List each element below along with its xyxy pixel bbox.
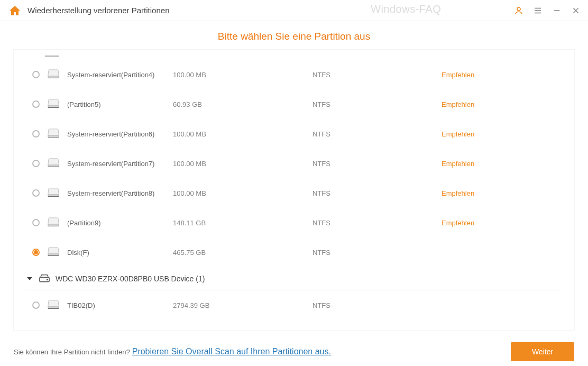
window-controls xyxy=(514,0,581,21)
minimize-icon[interactable] xyxy=(552,6,562,15)
partition-filesystem: NTFS xyxy=(313,249,434,257)
drive-icon xyxy=(47,217,60,228)
partition-name: Disk(F) xyxy=(67,249,166,257)
partition-radio[interactable] xyxy=(32,160,40,167)
recommend-link[interactable]: Empfehlen xyxy=(442,130,474,138)
partition-name: System-reserviert(Partition8) xyxy=(67,189,166,197)
recommend-link[interactable]: Empfehlen xyxy=(442,219,474,227)
svg-point-0 xyxy=(517,7,520,11)
partition-size: 60.93 GB xyxy=(173,100,305,108)
svg-rect-20 xyxy=(48,255,59,256)
svg-rect-10 xyxy=(48,107,59,108)
partition-name: (Partition9) xyxy=(67,219,166,227)
partition-filesystem: NTFS xyxy=(313,189,434,197)
partition-scroll[interactable]: System-reserviert(Partition4)100.00 MBNT… xyxy=(14,50,574,330)
partition-radio[interactable] xyxy=(32,130,40,138)
svg-rect-24 xyxy=(48,308,59,309)
recommend-link[interactable]: Empfehlen xyxy=(442,100,474,108)
partition-radio[interactable] xyxy=(32,189,40,197)
home-icon[interactable] xyxy=(8,4,21,17)
previous-row-stub xyxy=(45,54,59,57)
partition-filesystem: NTFS xyxy=(313,301,434,309)
partition-row[interactable]: System-reserviert(Partition7)100.00 MBNT… xyxy=(26,149,562,178)
drive-icon xyxy=(47,158,60,169)
partition-name: System-reserviert(Partition4) xyxy=(67,71,166,79)
drive-icon xyxy=(47,69,60,80)
partition-row[interactable]: (Partition5)60.93 GBNTFSEmpfehlen xyxy=(26,89,562,119)
device-group-header[interactable]: WDC WD30 EZRX-00D8PB0 USB Device (1) xyxy=(26,267,562,290)
svg-rect-14 xyxy=(48,167,59,167)
drive-icon xyxy=(47,246,60,258)
drive-icon xyxy=(47,128,60,140)
partition-row[interactable]: System-reserviert(Partition8)100.00 MBNT… xyxy=(26,178,562,208)
svg-rect-8 xyxy=(48,78,59,78)
overall-scan-link[interactable]: Probieren Sie Overall Scan auf Ihren Par… xyxy=(132,347,331,356)
partition-name: (Partition5) xyxy=(67,100,166,108)
svg-point-22 xyxy=(47,279,48,280)
device-name: WDC WD30 EZRX-00D8PB0 USB Device (1) xyxy=(56,274,205,283)
next-button[interactable]: Weiter xyxy=(511,342,574,361)
partition-radio[interactable] xyxy=(32,301,40,309)
partition-list-container: System-reserviert(Partition4)100.00 MBNT… xyxy=(14,50,574,330)
drive-icon xyxy=(47,299,60,311)
page-heading: Bitte wählen Sie eine Partition aus xyxy=(0,21,588,50)
partition-row[interactable]: System-reserviert(Partition6)100.00 MBNT… xyxy=(26,119,562,149)
menu-icon[interactable] xyxy=(533,6,543,15)
svg-rect-18 xyxy=(48,226,59,226)
partition-row[interactable]: Disk(F)465.75 GBNTFS xyxy=(26,237,562,267)
partition-size: 2794.39 GB xyxy=(173,301,305,309)
user-icon[interactable] xyxy=(514,6,523,15)
svg-rect-16 xyxy=(48,196,59,197)
partition-radio[interactable] xyxy=(32,100,40,108)
footer: Sie können Ihre Partition nicht finden? … xyxy=(0,337,588,366)
partition-size: 100.00 MB xyxy=(173,160,305,168)
partition-size: 100.00 MB xyxy=(173,130,305,138)
partition-radio[interactable] xyxy=(32,219,40,226)
recommend-link[interactable]: Empfehlen xyxy=(442,160,474,168)
partition-name: TIB02(D) xyxy=(67,301,166,309)
partition-size: 465.75 GB xyxy=(173,249,305,257)
partition-filesystem: NTFS xyxy=(313,219,434,227)
footer-text: Sie können Ihre Partition nicht finden? xyxy=(14,348,130,356)
partition-name: System-reserviert(Partition7) xyxy=(67,160,166,168)
partition-row[interactable]: (Partition9)148.11 GBNTFSEmpfehlen xyxy=(26,208,562,237)
chevron-down-icon xyxy=(27,277,32,280)
drive-icon xyxy=(47,187,60,199)
close-icon[interactable] xyxy=(571,6,581,15)
partition-size: 100.00 MB xyxy=(173,71,305,79)
external-drive-icon xyxy=(39,274,50,283)
window-title: Wiederherstellung verlorener Partitionen xyxy=(27,6,169,15)
svg-rect-12 xyxy=(48,137,59,138)
partition-size: 148.11 GB xyxy=(173,219,305,227)
partition-radio[interactable] xyxy=(32,249,40,256)
partition-name: System-reserviert(Partition6) xyxy=(67,130,166,138)
partition-row[interactable]: System-reserviert(Partition4)100.00 MBNT… xyxy=(26,60,562,89)
partition-size: 100.00 MB xyxy=(173,189,305,197)
titlebar: Wiederherstellung verlorener Partitionen… xyxy=(0,0,588,21)
partition-radio[interactable] xyxy=(32,71,40,78)
drive-icon xyxy=(47,98,60,110)
recommend-link[interactable]: Empfehlen xyxy=(442,71,474,79)
partition-filesystem: NTFS xyxy=(313,71,434,79)
watermark: Windows-FAQ xyxy=(371,3,441,15)
recommend-link[interactable]: Empfehlen xyxy=(442,189,474,197)
partition-filesystem: NTFS xyxy=(313,130,434,138)
partition-filesystem: NTFS xyxy=(313,100,434,108)
partition-row[interactable]: TIB02(D)2794.39 GBNTFS xyxy=(26,290,562,320)
partition-filesystem: NTFS xyxy=(313,160,434,168)
